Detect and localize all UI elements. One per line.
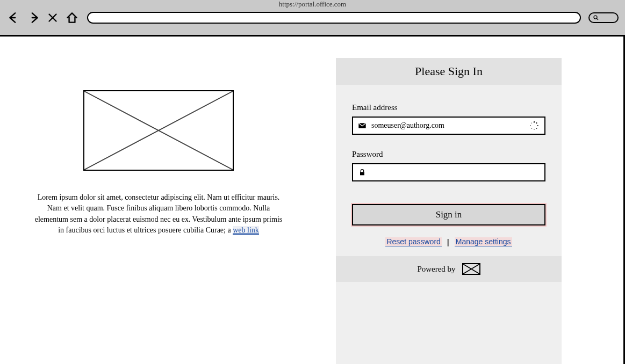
left-column: Lorem ipsum dolor sit amet, consectetur … bbox=[32, 58, 285, 364]
manage-settings-link[interactable]: Manage settings bbox=[455, 237, 512, 246]
loading-spinner-icon bbox=[529, 121, 539, 130]
signin-panel: Please Sign In Email address bbox=[336, 58, 562, 364]
panel-title: Please Sign In bbox=[336, 58, 562, 85]
search-pill[interactable] bbox=[588, 12, 619, 23]
password-input[interactable] bbox=[371, 168, 540, 177]
svg-point-0 bbox=[594, 16, 597, 19]
panel-footer: Powered by bbox=[336, 256, 562, 282]
svg-point-10 bbox=[530, 125, 531, 126]
url-display: https://portal.office.com bbox=[279, 0, 346, 9]
links-row: Reset password | Manage settings bbox=[352, 237, 545, 246]
right-column: Please Sign In Email address bbox=[306, 58, 591, 364]
link-separator: | bbox=[447, 238, 449, 246]
powered-by-label: Powered by bbox=[417, 265, 455, 274]
home-button[interactable] bbox=[64, 10, 80, 25]
envelope-icon bbox=[357, 121, 367, 130]
page-content: Lorem ipsum dolor sit amet, consectetur … bbox=[0, 37, 625, 364]
lorem-text: Lorem ipsum dolor sit amet, consectetur … bbox=[32, 192, 285, 236]
svg-point-8 bbox=[534, 129, 535, 130]
image-placeholder bbox=[83, 90, 234, 171]
password-label: Password bbox=[352, 150, 545, 159]
stop-button[interactable] bbox=[45, 10, 60, 25]
email-label: Email address bbox=[352, 103, 545, 112]
footer-logo-icon bbox=[462, 263, 480, 275]
svg-point-9 bbox=[531, 128, 533, 129]
web-link[interactable]: web link bbox=[233, 226, 259, 235]
password-field-wrap bbox=[352, 163, 545, 181]
email-input[interactable] bbox=[371, 121, 540, 130]
browser-chrome: https://portal.office.com bbox=[0, 0, 625, 37]
back-button[interactable] bbox=[6, 10, 21, 25]
svg-point-11 bbox=[531, 123, 532, 123]
svg-point-5 bbox=[536, 122, 537, 123]
email-field-wrap bbox=[352, 117, 545, 135]
svg-point-4 bbox=[534, 121, 535, 122]
address-bar[interactable] bbox=[87, 12, 581, 24]
reset-password-link[interactable]: Reset password bbox=[385, 237, 441, 246]
forward-button[interactable] bbox=[26, 10, 41, 25]
signin-button[interactable]: Sign in bbox=[352, 204, 545, 225]
svg-point-7 bbox=[536, 128, 537, 129]
svg-point-6 bbox=[537, 125, 538, 126]
search-icon bbox=[593, 14, 599, 21]
svg-rect-12 bbox=[360, 172, 364, 175]
lock-icon bbox=[357, 168, 367, 177]
